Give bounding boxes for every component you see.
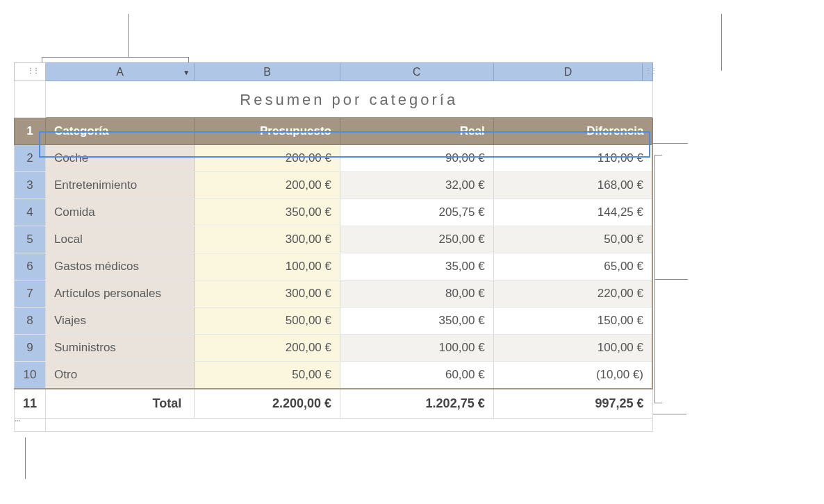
chevron-down-icon[interactable]: ▼ bbox=[183, 68, 190, 76]
cell-budget[interactable]: 200,00 € bbox=[195, 335, 340, 362]
table-row: 10Otro50,00 €60,00 €(10,00 €) bbox=[15, 362, 653, 389]
cell-real[interactable]: 250,00 € bbox=[340, 226, 494, 253]
row-header-11[interactable]: 11 bbox=[15, 389, 46, 419]
cell-category[interactable]: Artículos personales bbox=[46, 280, 195, 308]
column-reference-row: A ▼ B C D bbox=[15, 63, 653, 81]
cell-diff[interactable]: 144,25 € bbox=[493, 199, 652, 226]
cell-budget[interactable]: 100,00 € bbox=[195, 253, 340, 280]
table-row: 4Comida350,00 €205,75 €144,25 € bbox=[15, 199, 653, 226]
table-row: 6Gastos médicos100,00 €35,00 €65,00 € bbox=[15, 253, 653, 280]
cell-budget[interactable]: 350,00 € bbox=[195, 199, 340, 226]
cell-diff[interactable]: 100,00 € bbox=[493, 335, 652, 362]
cell-real[interactable]: 80,00 € bbox=[340, 280, 494, 308]
cell-category[interactable]: Coche bbox=[46, 145, 195, 172]
row-header-2[interactable]: 2 bbox=[15, 145, 46, 172]
column-label: A bbox=[116, 66, 124, 78]
cell-real[interactable]: 35,00 € bbox=[340, 253, 494, 280]
column-header-c[interactable]: C bbox=[340, 63, 494, 81]
row-header-9[interactable]: 9 bbox=[15, 335, 46, 362]
cell-budget[interactable]: 300,00 € bbox=[195, 226, 340, 253]
footer-real[interactable]: 1.202,75 € bbox=[340, 389, 494, 419]
cell-real[interactable]: 90,00 € bbox=[340, 145, 494, 172]
cell-category[interactable]: Suministros bbox=[46, 335, 195, 362]
header-category[interactable]: Categoría bbox=[46, 118, 195, 145]
table-row: 3Entretenimiento200,00 €32,00 €168,00 € bbox=[15, 172, 653, 199]
cell-real[interactable]: 100,00 € bbox=[340, 335, 494, 362]
cell-diff[interactable]: 220,00 € bbox=[493, 280, 652, 308]
cell-budget[interactable]: 500,00 € bbox=[195, 308, 340, 335]
table-title-row: Resumen por categoría bbox=[15, 81, 653, 118]
row-header-6[interactable]: 6 bbox=[15, 253, 46, 280]
grip-icon bbox=[15, 420, 23, 428]
header-actual[interactable]: Real bbox=[340, 118, 494, 145]
cell-category[interactable]: Entretenimiento bbox=[46, 172, 195, 199]
header-diff[interactable]: Diferencia bbox=[493, 118, 652, 145]
row-header-1[interactable]: 1 bbox=[15, 118, 46, 145]
row-header-10[interactable]: 10 bbox=[15, 362, 46, 389]
row-header-8[interactable]: 8 bbox=[15, 308, 46, 335]
cell-diff[interactable]: 150,00 € bbox=[493, 308, 652, 335]
table-footer-row: 11 Total 2.200,00 € 1.202,75 € 997,25 € bbox=[15, 389, 653, 419]
table-header-row: 1 Categoría Presupuesto Real Diferencia bbox=[15, 118, 653, 145]
footer-label[interactable]: Total bbox=[46, 389, 195, 419]
callout-line bbox=[654, 279, 688, 280]
table-corner-handle[interactable] bbox=[15, 63, 46, 81]
callout-line bbox=[653, 143, 688, 144]
callout-line bbox=[128, 14, 129, 57]
cell-real[interactable]: 205,75 € bbox=[340, 199, 494, 226]
table-row: 2Coche200,00 €90,00 €110,00 € bbox=[15, 145, 653, 172]
cell-budget[interactable]: 300,00 € bbox=[195, 280, 340, 308]
spreadsheet-table[interactable]: A ▼ B C D Resumen por categoría 1 Catego… bbox=[14, 62, 653, 432]
column-header-d[interactable]: D bbox=[493, 63, 643, 81]
cell-real[interactable]: 32,00 € bbox=[340, 172, 494, 199]
table-row: 5Local300,00 €250,00 €50,00 € bbox=[15, 226, 653, 253]
grip-icon bbox=[643, 67, 652, 76]
cell-category[interactable]: Comida bbox=[46, 199, 195, 226]
table-title[interactable]: Resumen por categoría bbox=[46, 81, 652, 118]
cell-real[interactable]: 60,00 € bbox=[340, 362, 494, 389]
cell-budget[interactable]: 50,00 € bbox=[195, 362, 340, 389]
row-header-7[interactable]: 7 bbox=[15, 280, 46, 308]
row-header-3[interactable]: 3 bbox=[15, 172, 46, 199]
column-header-a[interactable]: A ▼ bbox=[46, 63, 195, 81]
callout-line bbox=[25, 437, 26, 479]
add-row-handle-row bbox=[15, 419, 653, 432]
row-header-blank[interactable] bbox=[15, 81, 46, 118]
add-row-handle[interactable] bbox=[15, 419, 46, 432]
add-column-handle[interactable] bbox=[643, 63, 652, 81]
column-label: C bbox=[413, 66, 421, 78]
table-row: 8Viajes500,00 €350,00 €150,00 € bbox=[15, 308, 653, 335]
cell-diff[interactable]: (10,00 €) bbox=[493, 362, 652, 389]
table-row: 7Artículos personales300,00 €80,00 €220,… bbox=[15, 280, 653, 308]
callout-line bbox=[721, 14, 722, 71]
table-bottom-edge bbox=[46, 419, 652, 432]
cell-budget[interactable]: 200,00 € bbox=[195, 172, 340, 199]
cell-category[interactable]: Viajes bbox=[46, 308, 195, 335]
cell-diff[interactable]: 65,00 € bbox=[493, 253, 652, 280]
header-budget[interactable]: Presupuesto bbox=[195, 118, 340, 145]
table-row: 9Suministros200,00 €100,00 €100,00 € bbox=[15, 335, 653, 362]
cell-real[interactable]: 350,00 € bbox=[340, 308, 494, 335]
cell-category[interactable]: Local bbox=[46, 226, 195, 253]
row-header-5[interactable]: 5 bbox=[15, 226, 46, 253]
callout-line bbox=[650, 414, 686, 414]
cell-diff[interactable]: 50,00 € bbox=[493, 226, 652, 253]
grip-icon bbox=[26, 67, 34, 76]
cell-budget[interactable]: 200,00 € bbox=[195, 145, 340, 172]
cell-diff[interactable]: 168,00 € bbox=[493, 172, 652, 199]
cell-diff[interactable]: 110,00 € bbox=[493, 145, 652, 172]
column-label: D bbox=[564, 66, 572, 78]
footer-budget[interactable]: 2.200,00 € bbox=[195, 389, 340, 419]
column-header-b[interactable]: B bbox=[195, 63, 340, 81]
footer-diff[interactable]: 997,25 € bbox=[493, 389, 652, 419]
cell-category[interactable]: Gastos médicos bbox=[46, 253, 195, 280]
row-header-4[interactable]: 4 bbox=[15, 199, 46, 226]
cell-category[interactable]: Otro bbox=[46, 362, 195, 389]
column-label: B bbox=[263, 66, 271, 78]
